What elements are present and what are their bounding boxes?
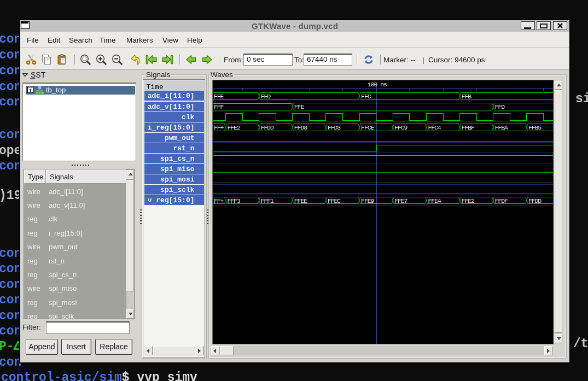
svg-text:FFEC: FFEC bbox=[328, 197, 341, 204]
svg-text:FFB: FFB bbox=[462, 93, 472, 100]
svg-text:FFCE: FFCE bbox=[361, 124, 374, 131]
svg-text:FFC: FFC bbox=[361, 93, 371, 100]
svg-text:FFE: FFE bbox=[214, 93, 224, 100]
svg-text:FF+: FF+ bbox=[214, 197, 224, 204]
svg-text:FFD: FFD bbox=[261, 93, 271, 100]
svg-text:FFE4: FFE4 bbox=[428, 197, 441, 204]
svg-text:FFF3: FFF3 bbox=[228, 197, 241, 204]
svg-text:FFB5: FFB5 bbox=[528, 124, 542, 131]
svg-text:FFF: FFF bbox=[214, 103, 224, 110]
svg-text:FFD8: FFD8 bbox=[294, 124, 307, 131]
svg-text:FFDF: FFDF bbox=[495, 197, 508, 204]
svg-text:FFDD: FFDD bbox=[261, 124, 274, 131]
svg-text:FFBF: FFBF bbox=[462, 124, 475, 131]
svg-text:FFD: FFD bbox=[495, 103, 505, 110]
svg-text:FFC9: FFC9 bbox=[394, 124, 407, 131]
svg-text:FF+: FF+ bbox=[214, 124, 224, 131]
svg-text:FFE: FFE bbox=[294, 103, 305, 110]
svg-text:FFE2: FFE2 bbox=[228, 124, 241, 131]
svg-text:FFD3: FFD3 bbox=[328, 124, 341, 131]
svg-text:FFDD: FFDD bbox=[528, 197, 542, 204]
svg-text:FFEE: FFEE bbox=[294, 197, 307, 204]
svg-text:FFBA: FFBA bbox=[495, 124, 508, 131]
svg-text:FFE9: FFE9 bbox=[361, 197, 374, 204]
svg-text:FFE2: FFE2 bbox=[462, 197, 475, 204]
svg-text:FFE7: FFE7 bbox=[394, 197, 407, 204]
svg-text:FFF1: FFF1 bbox=[261, 197, 274, 204]
svg-text:FFC4: FFC4 bbox=[428, 124, 441, 131]
svg-text:100 ns: 100 ns bbox=[368, 81, 387, 88]
